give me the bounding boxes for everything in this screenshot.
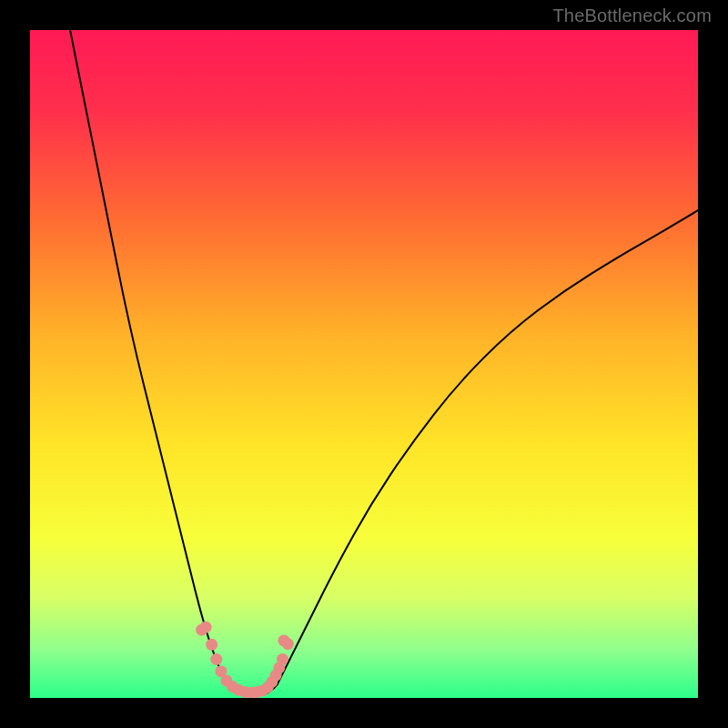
- plot-area: [30, 30, 698, 698]
- marker-dot: [200, 622, 212, 633]
- marker-dot: [277, 653, 288, 665]
- marker-dot: [206, 639, 217, 651]
- chart-svg: [30, 30, 698, 698]
- watermark-text: TheBottleneck.com: [552, 5, 712, 26]
- marker-dot: [210, 653, 222, 665]
- marker-dot: [278, 634, 289, 646]
- gradient-background: [30, 30, 698, 698]
- chart-root: TheBottleneck.com: [0, 0, 728, 728]
